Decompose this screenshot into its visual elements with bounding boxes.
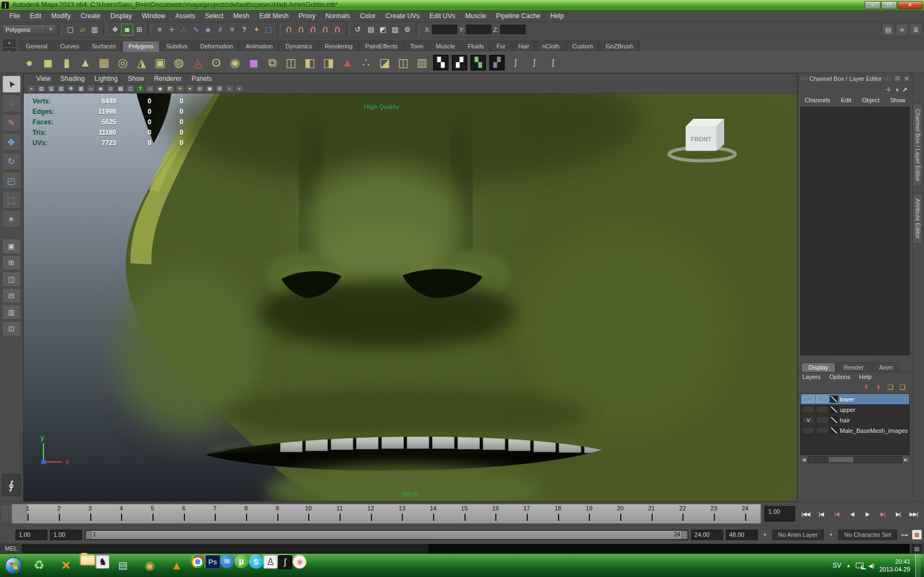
ipr-render-icon[interactable]: ▨ xyxy=(389,24,401,36)
mask-points-icon[interactable]: ∴ xyxy=(178,24,190,36)
channel-box-menu-item[interactable]: Object xyxy=(862,97,879,103)
taskbar-app-skype[interactable]: S xyxy=(249,554,263,568)
layer-editor-menu-item[interactable]: Options xyxy=(829,373,850,380)
hair[interactable]: V hair xyxy=(801,415,909,425)
layer-visibility-toggle[interactable] xyxy=(802,395,814,403)
section-divider[interactable] xyxy=(147,24,151,36)
lower[interactable]: lower xyxy=(801,394,909,404)
command-input[interactable] xyxy=(22,545,429,553)
render-settings-icon[interactable]: ⚙ xyxy=(401,24,413,36)
menu-item[interactable]: Create UVs xyxy=(381,11,425,21)
mask-handles-icon[interactable]: ✛ xyxy=(166,24,178,36)
shelf-tab[interactable]: Subdivs xyxy=(160,41,194,52)
panel-drag-grip[interactable] xyxy=(884,76,892,81)
shelf-tab[interactable]: Curves xyxy=(54,41,85,52)
taskbar-app-updater[interactable]: ♻ xyxy=(26,554,52,576)
shelf-tab[interactable]: Muscle xyxy=(430,41,461,52)
plugin-display-icon[interactable]: ∝ xyxy=(235,85,244,92)
layer-color-swatch[interactable] xyxy=(830,395,838,403)
chevron-down-icon[interactable]: ▼ xyxy=(761,532,769,537)
volume-icon[interactable]: ◀) xyxy=(868,563,874,569)
menu-item[interactable]: Edit UVs xyxy=(425,11,461,21)
step-forward-frame-button[interactable]: ▶| xyxy=(891,507,905,521)
layer-playback-toggle[interactable] xyxy=(816,406,828,413)
soft-select-icon[interactable]: ▲ xyxy=(338,53,357,73)
universal-manipulator-tool[interactable]: ⬚ xyxy=(2,191,21,208)
panel-menu-item[interactable]: Renderer xyxy=(149,75,187,83)
minimize-button[interactable]: ─ xyxy=(865,1,881,9)
y-input[interactable] xyxy=(466,25,491,34)
playback-start-field[interactable]: 1.00 xyxy=(50,530,82,540)
shelf-tab[interactable]: nCloth xyxy=(536,41,566,52)
clock[interactable]: 20:41 2013-04-29 xyxy=(879,558,910,573)
chevron-down-icon[interactable]: ▼ xyxy=(827,532,835,537)
panel-menu-item[interactable]: View xyxy=(31,75,56,83)
layout-persp-graph[interactable]: ⊟ xyxy=(2,288,21,303)
camera-attributes-icon[interactable]: ▤ xyxy=(37,85,46,92)
uv-planar-mapping-icon[interactable]: ▚ xyxy=(433,55,449,70)
layer-visibility-toggle[interactable] xyxy=(802,427,814,434)
render-current-frame-icon[interactable]: ◩ xyxy=(377,24,389,36)
step-back-frame-button[interactable]: |◀ xyxy=(814,507,828,521)
shelf-tab[interactable]: General xyxy=(20,41,53,52)
timeline-ruler[interactable]: 123456789101112131415161718192021222324 xyxy=(12,504,761,524)
command-language-label[interactable]: MEL xyxy=(0,545,22,552)
poly-plane-icon[interactable]: ▦ xyxy=(95,53,113,73)
current-tool-icon[interactable]: ∮ xyxy=(2,474,21,496)
z-input[interactable] xyxy=(500,25,526,34)
select-by-hierarchy-icon[interactable]: ❖ xyxy=(109,24,121,36)
split-polygon-icon[interactable]: ◧ xyxy=(300,53,319,73)
shelf-tab[interactable]: GoZBrush xyxy=(600,41,639,52)
layer-editor-tab[interactable]: Anim xyxy=(872,362,900,372)
layer-playback-toggle[interactable] xyxy=(816,395,828,403)
taskbar-app-photoshop[interactable]: Ps xyxy=(205,554,220,568)
step-forward-key-button[interactable]: ▶| xyxy=(876,507,890,521)
taskbar-app-maya[interactable]: ∫ xyxy=(277,554,292,569)
menu-item[interactable]: Create xyxy=(75,11,105,21)
joints-xray-icon[interactable]: ⌗ xyxy=(225,85,234,92)
menu-item[interactable]: Muscle xyxy=(460,11,491,21)
new-scene-icon[interactable]: ▢ xyxy=(64,24,76,36)
menu-item[interactable]: Proxy xyxy=(294,11,321,21)
panel-splitter[interactable]: ············· xyxy=(798,356,912,361)
network-icon[interactable] xyxy=(856,563,863,568)
channel-box-menu-item[interactable]: Channels xyxy=(805,97,830,103)
selection-mode-dropdown[interactable]: Polygons▼ xyxy=(2,24,56,35)
insert-edge-loop-icon[interactable]: ▥ xyxy=(413,53,431,73)
soft-modification-tool[interactable]: ✴ xyxy=(2,210,21,228)
safe-title-icon[interactable]: T xyxy=(136,85,145,92)
step-back-key-button[interactable]: |◀ xyxy=(829,507,844,521)
bookmarks-icon[interactable]: ▥ xyxy=(47,85,56,92)
taskbar-app-thunderbird[interactable]: ✉ xyxy=(220,554,234,568)
channel-list-area[interactable] xyxy=(800,107,910,355)
layer-color-swatch[interactable] xyxy=(830,416,838,424)
menu-item[interactable]: Normals xyxy=(320,11,355,21)
layer-color-swatch[interactable] xyxy=(830,406,838,413)
uv-snapshot-icon[interactable]: ▞ xyxy=(489,55,505,70)
section-divider[interactable] xyxy=(346,24,349,36)
select-camera-icon[interactable]: ⌖ xyxy=(27,85,36,92)
taskbar-app-installer[interactable]: ▤ xyxy=(110,554,136,576)
menu-item[interactable]: Modify xyxy=(46,11,75,21)
shelf-tab[interactable]: Surfaces xyxy=(86,41,122,52)
layout-hypershade-persp[interactable]: ▥ xyxy=(2,305,21,320)
character-set-selector[interactable]: No Character Set xyxy=(838,530,897,540)
layout-outliner-persp[interactable]: ◫ xyxy=(2,272,21,287)
poly-pipe-icon[interactable]: ▣ xyxy=(151,53,170,73)
poly-cone-icon[interactable]: ▲ xyxy=(76,53,95,73)
scrollbar-thumb[interactable] xyxy=(828,457,854,463)
film-gate-icon[interactable]: ▭ xyxy=(86,85,95,92)
panel-drag-grip[interactable] xyxy=(800,76,807,81)
grid-icon[interactable]: ▦ xyxy=(76,85,85,92)
hyperbolic-slider-icon[interactable]: ➚ xyxy=(902,86,907,94)
goblin-model[interactable]: FRONT y x xyxy=(24,94,797,501)
scale-tool[interactable]: ◰ xyxy=(2,172,21,189)
go-to-end-button[interactable]: ▶▶| xyxy=(906,507,921,521)
start-button[interactable] xyxy=(1,554,25,577)
restore-button[interactable]: ❐ xyxy=(881,1,897,9)
channel-box-toggle-icon[interactable]: ≣ xyxy=(910,24,922,36)
tool-settings-toggle-icon[interactable]: ≑ xyxy=(896,24,908,36)
shelf-tab[interactable]: Toon xyxy=(404,41,429,52)
select-tool[interactable]: ➤ xyxy=(2,75,21,93)
menu-item[interactable]: Select xyxy=(200,11,228,21)
